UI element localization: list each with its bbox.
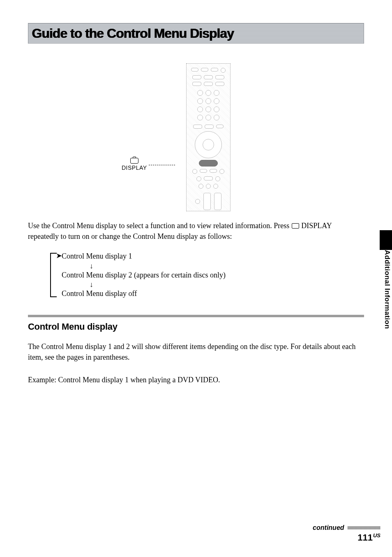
section-tab-label: Additional Information (383, 250, 391, 329)
intro-text-a: Use the Control Menu display to select a… (28, 222, 291, 230)
remote-button (210, 169, 217, 173)
volume-rocker (203, 193, 211, 210)
intro-paragraph: Use the Control Menu display to select a… (28, 220, 364, 242)
remote-button (214, 98, 219, 104)
remote-button (195, 199, 200, 204)
remote-button (219, 169, 224, 174)
flow-item-3: Control Menu display off (62, 289, 364, 298)
callout-leader-line (149, 165, 175, 165)
title-banner: Guide to the Control Menu Display (28, 23, 364, 44)
remote-direction-pad (191, 131, 226, 158)
arrow-down-icon: ↓ (90, 281, 364, 288)
remote-button (201, 68, 208, 72)
section-tab-marker (380, 230, 392, 250)
remote-button (197, 98, 203, 104)
page-number: 111US (313, 532, 380, 543)
channel-rocker (214, 193, 221, 210)
remote-volume-rockers (191, 193, 226, 210)
remote-button (215, 75, 224, 79)
remote-transport-row (191, 176, 226, 181)
remote-transport-row (191, 169, 226, 174)
display-button (199, 160, 218, 166)
remote-numpad-row (191, 106, 226, 112)
remote-button (196, 176, 201, 181)
remote-button (221, 68, 226, 73)
remote-transport-row (191, 184, 226, 189)
page-title: Guide to the Control Menu Display (32, 26, 233, 41)
page-number-suffix: US (373, 532, 380, 539)
page-number-value: 111 (357, 532, 373, 543)
page-footer: continued 111US (313, 524, 380, 543)
remote-button (204, 176, 213, 180)
remote-button (200, 169, 207, 173)
remote-row (191, 82, 226, 86)
tv-icon (130, 158, 138, 164)
remote-button (204, 82, 213, 86)
remote-button (197, 106, 203, 112)
remote-button (215, 82, 224, 86)
display-callout: DISPLAY (122, 158, 147, 171)
remote-button (193, 125, 202, 129)
remote-button (192, 169, 197, 174)
continued-label: continued (313, 524, 344, 532)
remote-button (206, 184, 211, 189)
remote-display-row (191, 160, 226, 166)
remote-button (211, 68, 218, 72)
tv-icon (292, 223, 299, 229)
section-heading: Control Menu display (28, 321, 364, 332)
display-cycle-diagram: ➤ Control Menu display 1 ↓ Control Menu … (28, 252, 364, 298)
remote-numpad-row (191, 98, 226, 104)
remote-button (215, 176, 220, 181)
remote-top-row (191, 68, 226, 73)
remote-button (192, 82, 201, 86)
flow-item-2: Control Menu display 2 (appears for cert… (62, 270, 364, 280)
remote-numpad-row (191, 115, 226, 120)
remote-button (191, 68, 198, 72)
remote-illustration (186, 63, 231, 211)
remote-button (216, 125, 224, 128)
remote-row (191, 75, 226, 79)
remote-figure: DISPLAY (28, 63, 364, 211)
remote-button (192, 75, 201, 79)
remote-button (205, 115, 211, 120)
section-paragraph-1: The Control Menu display 1 and 2 will sh… (28, 341, 364, 363)
remote-button (205, 98, 211, 104)
section-paragraph-2: Example: Control Menu display 1 when pla… (28, 374, 364, 385)
continued-rule (348, 526, 380, 529)
flow-item-1: Control Menu display 1 (62, 252, 364, 261)
remote-row (191, 125, 226, 129)
section-divider (28, 315, 364, 317)
remote-button (205, 90, 211, 96)
arrow-right-icon: ➤ (56, 251, 62, 261)
page: Guide to the Control Menu Display DISPLA… (0, 0, 392, 557)
remote-button (213, 184, 218, 189)
remote-button (214, 90, 219, 96)
remote-button (205, 125, 214, 129)
remote-button (197, 115, 203, 120)
remote-button (198, 184, 203, 189)
direction-wheel (195, 131, 222, 158)
remote-button (214, 106, 219, 112)
remote-button (204, 75, 213, 79)
remote-button (205, 106, 211, 112)
remote-numpad-row (191, 90, 226, 96)
arrow-down-icon: ↓ (90, 262, 364, 270)
remote-button (214, 115, 219, 120)
enter-button (203, 139, 214, 150)
display-callout-label: DISPLAY (122, 164, 147, 171)
remote-button (197, 90, 203, 96)
